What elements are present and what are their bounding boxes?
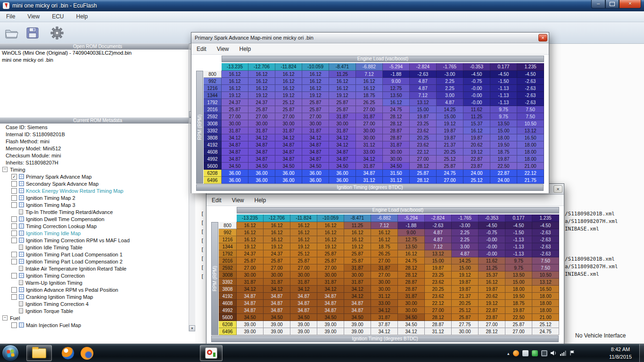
map-cell[interactable]: 34.50 (275, 163, 302, 170)
map-cell[interactable]: 27.75 (452, 321, 479, 328)
map-cell[interactable]: 20.25 (425, 286, 452, 293)
map-cell[interactable]: 18.00 (490, 134, 517, 141)
map-cell[interactable]: 19.12 (222, 92, 248, 99)
map-cell[interactable]: 19.12 (237, 243, 264, 250)
map-cell[interactable]: 28.12 (410, 163, 437, 170)
tree-item-label[interactable]: Cranking Ignition Timing Map (26, 294, 93, 300)
map-cell[interactable]: 34.50 (398, 314, 425, 321)
tree-group[interactable]: −Timing (0, 166, 189, 173)
map-cell[interactable]: 9.75 (505, 264, 532, 272)
map-cell[interactable]: 31.12 (383, 177, 410, 184)
map-cell[interactable]: 16.12 (329, 85, 356, 92)
map-cell[interactable]: 16.12 (290, 236, 317, 243)
map-cell[interactable]: 22.87 (463, 156, 490, 163)
tree-item-label[interactable]: Main Injection Fuel Map (26, 322, 81, 328)
rpm-row-header[interactable]: 1792 (219, 250, 237, 257)
rpm-row-header[interactable]: 6496 (204, 177, 222, 184)
map-cell[interactable]: 25.87 (302, 99, 329, 106)
map-cell[interactable]: 34.12 (371, 307, 398, 314)
map-cell[interactable]: 16.50 (517, 134, 544, 141)
map-checkbox[interactable] (11, 216, 17, 222)
map-cell[interactable]: 25.87 (290, 257, 317, 264)
map-cell[interactable]: 12.75 (398, 236, 425, 243)
map-cell[interactable]: 19.12 (317, 243, 344, 250)
map-cell[interactable]: 14.25 (437, 106, 463, 113)
map-cell[interactable]: 18.00 (532, 300, 559, 307)
rpm-row-header[interactable]: 992 (204, 78, 222, 85)
map-cell[interactable]: -1.50 (490, 78, 517, 85)
map-cell[interactable]: 34.87 (290, 293, 317, 300)
map-cell[interactable]: 36.00 (222, 170, 248, 177)
rpm-row-header[interactable]: 2016 (204, 106, 222, 113)
map-cell[interactable]: -2.63 (425, 222, 452, 229)
map-cell[interactable]: 19.12 (344, 243, 371, 250)
map-cell[interactable]: 4.87 (425, 236, 452, 243)
map-cell[interactable]: 30.00 (398, 300, 425, 307)
map-cell[interactable]: -2.63 (517, 78, 544, 85)
tree-item-label[interactable]: Ignition Dwell Time Compensation (26, 216, 104, 222)
map-cell[interactable]: 2.25 (437, 85, 463, 92)
map-checkbox[interactable] (11, 230, 17, 236)
map-cell[interactable]: 30.00 (356, 127, 383, 134)
map-cell[interactable]: 27.00 (317, 264, 344, 272)
map-cell[interactable]: 34.12 (329, 134, 356, 141)
tree-item[interactable]: Ignition Timing Correction RPM vs MAF Lo… (0, 237, 189, 244)
map-cell[interactable]: 24.37 (222, 99, 248, 106)
map-cell[interactable]: 34.50 (302, 163, 329, 170)
map-cell[interactable]: 16.12 (275, 71, 302, 78)
start-button[interactable] (2, 345, 19, 362)
map-cell[interactable]: 15.00 (505, 279, 532, 286)
map-cell[interactable]: 19.12 (479, 300, 505, 307)
map-checkbox[interactable] (11, 287, 17, 293)
map-cell[interactable]: 16.12 (248, 78, 275, 85)
load-column-header[interactable]: -11.824 (290, 214, 317, 222)
tray-java-icon[interactable] (513, 350, 519, 356)
map-cell[interactable]: 34.50 (344, 314, 371, 321)
map-cell[interactable]: -4.50 (463, 71, 490, 78)
map-cell[interactable]: 30.00 (329, 120, 356, 127)
tree-item[interactable]: Ignition Timing Map 3 (0, 201, 189, 208)
map-cell[interactable]: 27.00 (425, 307, 452, 314)
load-column-header[interactable]: -12.706 (248, 63, 275, 71)
map-cell[interactable]: 39.00 (264, 328, 290, 335)
map-cell[interactable]: 24.37 (264, 250, 290, 257)
map-cell[interactable]: 31.87 (317, 279, 344, 286)
rpm-row-header[interactable]: 3008 (204, 120, 222, 127)
map-cell[interactable]: -1.13 (490, 92, 517, 99)
taskbar-clock[interactable]: 8:42 AM 11/8/2015 (603, 346, 637, 361)
map-cell[interactable]: 19.87 (479, 286, 505, 293)
map-checkbox[interactable] (11, 322, 17, 328)
map-cell[interactable]: 4.87 (425, 229, 452, 236)
map-cell[interactable]: 27.00 (410, 156, 437, 163)
map-cell[interactable]: 16.12 (302, 71, 329, 78)
map-cell[interactable]: 28.12 (398, 272, 425, 279)
rpm-row-header[interactable]: 3808 (219, 286, 237, 293)
map-cell[interactable]: 16.12 (371, 229, 398, 236)
map-cell[interactable]: 31.87 (264, 279, 290, 286)
map-cell[interactable]: 27.00 (437, 177, 463, 184)
map-cell[interactable]: 3.00 (437, 92, 463, 99)
map-cell[interactable]: -1.88 (398, 222, 425, 229)
map-cell[interactable]: 19.87 (452, 286, 479, 293)
load-column-header[interactable]: -2.824 (425, 214, 452, 222)
rpm-row-header[interactable]: 1344 (204, 92, 222, 99)
map-cell[interactable]: 16.12 (479, 279, 505, 286)
tree-item[interactable]: Main Injection Fuel Map (0, 321, 189, 329)
map-cell[interactable]: 34.12 (290, 286, 317, 293)
map-cell[interactable]: -0.75 (479, 229, 505, 236)
map-cell[interactable]: 34.87 (329, 156, 356, 163)
tree-item[interactable]: Tip-In Throttle Timing Retard/Advance (0, 208, 189, 215)
taskbar-ecuflash-button[interactable] (200, 345, 223, 361)
map-cell[interactable]: 20.25 (410, 134, 437, 141)
map-cell[interactable]: 23.25 (410, 120, 437, 127)
map-cell[interactable]: 25.87 (329, 99, 356, 106)
collapse-icon[interactable]: − (2, 167, 8, 172)
map-cell[interactable]: 36.00 (275, 177, 302, 184)
map-cell[interactable]: 4.87 (410, 78, 437, 85)
rpm-row-header[interactable]: 3392 (219, 279, 237, 286)
map-cell[interactable]: 18.00 (517, 148, 544, 156)
map-cell[interactable]: 39.00 (344, 328, 371, 335)
map-cell[interactable]: -2.63 (517, 92, 544, 99)
map-cell[interactable]: 16.12 (329, 78, 356, 85)
map-cell[interactable]: 34.87 (344, 307, 371, 314)
